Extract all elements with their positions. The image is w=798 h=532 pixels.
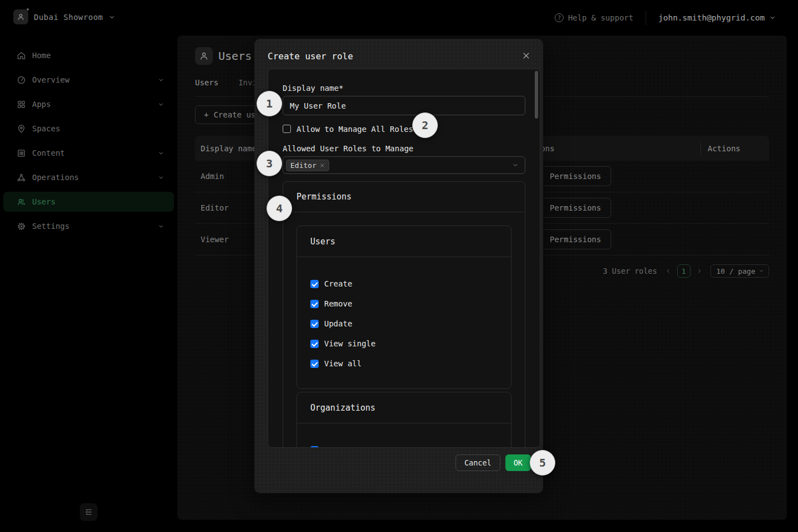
annotation-marker-4: 4 (267, 196, 292, 221)
permission-label: View single (324, 339, 376, 348)
chevron-down-icon (512, 162, 519, 168)
checkbox-unchecked-icon[interactable] (283, 125, 291, 133)
permissions-group-users: Users Create Remove (296, 226, 511, 389)
scrollbar-thumb[interactable] (535, 71, 538, 119)
permission-label: Update (324, 319, 352, 328)
role-tag: Editor (286, 160, 329, 171)
permission-checkbox-row[interactable]: Remove (310, 299, 498, 308)
group-title: Users (297, 226, 511, 257)
display-name-input[interactable]: My User Role (283, 96, 525, 115)
ok-button[interactable]: OK (505, 454, 531, 471)
permissions-section: Permissions Users Create Remove (283, 181, 525, 448)
remove-tag-icon[interactable] (320, 163, 325, 168)
permission-checkbox-row[interactable]: View all (310, 359, 498, 368)
checkbox-checked-icon[interactable] (310, 280, 319, 288)
permission-label: Create (324, 279, 352, 288)
annotation-marker-5: 5 (530, 450, 555, 475)
annotation-marker-1: 1 (257, 91, 282, 116)
modal-title: Create user role (268, 51, 353, 62)
close-icon[interactable] (520, 49, 532, 62)
role-tag-label: Editor (290, 161, 316, 170)
annotation-marker-3: 3 (257, 151, 282, 176)
checkbox-checked-icon[interactable] (310, 320, 319, 328)
permission-checkbox-row[interactable]: View single (310, 339, 498, 348)
allow-manage-all-checkbox-row[interactable]: Allow to Manage All Roles (283, 124, 525, 134)
permissions-section-title: Permissions (283, 182, 525, 212)
group-title: Organizations (297, 392, 511, 423)
permission-checkbox-row[interactable]: Create (310, 279, 498, 288)
permission-label: Remove (324, 299, 352, 308)
cancel-button[interactable]: Cancel (456, 454, 500, 471)
checkbox-checked-icon[interactable] (310, 360, 319, 368)
display-name-value: My User Role (290, 101, 346, 110)
permission-checkbox-row[interactable]: Update (310, 319, 498, 328)
annotation-marker-2: 2 (412, 112, 438, 138)
create-user-role-modal: Create user role Display name* My User R… (254, 39, 543, 493)
modal-scroll-area: Display name* My User Role Allow to Mana… (268, 69, 540, 448)
permission-label: View all (324, 359, 361, 368)
checkbox-checked-icon[interactable] (310, 300, 319, 308)
allowed-roles-select[interactable]: Editor (283, 156, 525, 174)
modal-footer: Cancel OK (254, 448, 543, 493)
permissions-group-organizations: Organizations Create (296, 392, 511, 448)
allowed-roles-label: Allowed User Roles to Manage (283, 144, 525, 154)
allow-manage-all-label: Allow to Manage All Roles (296, 125, 413, 134)
display-name-label: Display name* (283, 84, 525, 94)
checkbox-checked-icon[interactable] (310, 340, 319, 348)
